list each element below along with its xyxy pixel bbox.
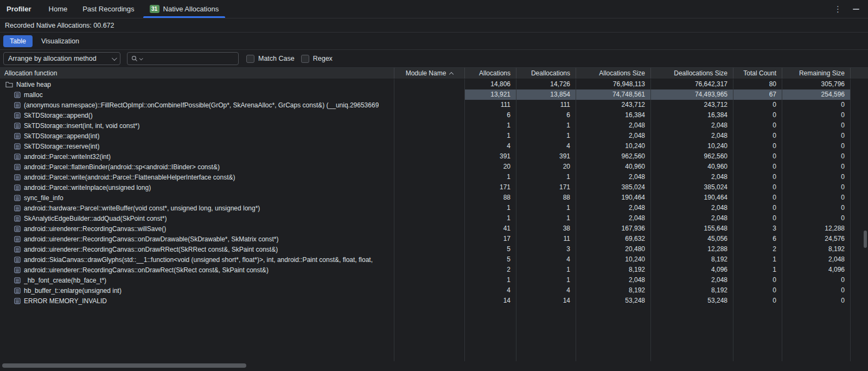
regex-checkbox[interactable] xyxy=(301,55,309,63)
column-header-allocations[interactable]: Allocations xyxy=(465,68,516,79)
column-header-deallocations-size[interactable]: Deallocations Size xyxy=(651,68,733,79)
cell-deallocations-size: 2,048 xyxy=(651,120,733,131)
cell-remaining-size: 12,288 xyxy=(782,223,851,234)
allocation-method-icon xyxy=(14,164,21,170)
cell-allocations-size: 2,048 xyxy=(576,120,651,131)
table-row[interactable]: android::Parcel::writeInt32(int)39139196… xyxy=(0,151,868,162)
cell-allocations: 17 xyxy=(465,234,516,244)
column-header-total-count[interactable]: Total Count xyxy=(733,68,782,79)
horizontal-scrollbar-thumb[interactable] xyxy=(2,363,246,368)
horizontal-scrollbar[interactable] xyxy=(0,361,868,371)
cell-deallocations: 1 xyxy=(516,265,576,275)
search-field[interactable] xyxy=(127,52,239,65)
cell-allocations: 41 xyxy=(465,223,516,234)
cell-deallocations-size: 2,048 xyxy=(651,275,733,285)
function-name: android::Parcel::writeInt32(int) xyxy=(24,153,111,161)
table-row[interactable]: _hb_font_create(hb_face_t*)112,0482,0480… xyxy=(0,275,868,285)
table-row[interactable]: android::uirenderer::RecordingCanvas::on… xyxy=(0,244,868,254)
table-row[interactable]: android::Parcel::write(android::Parcel::… xyxy=(0,172,868,182)
vertical-scrollbar-thumb[interactable] xyxy=(864,231,867,248)
hide-window-icon[interactable] xyxy=(853,9,859,10)
cell-deallocations-size: 40,960 xyxy=(651,162,733,172)
cell-allocation-function: android::Parcel::writeInplace(unsigned l… xyxy=(0,182,394,193)
column-header-deallocations[interactable]: Deallocations xyxy=(516,68,576,79)
cell-remaining-size: 0 xyxy=(782,110,851,120)
cell-allocations: 1 xyxy=(465,120,516,131)
table-row[interactable]: (anonymous namespace)::FillRectOpImpl::o… xyxy=(0,100,868,110)
arrange-by-dropdown[interactable]: Arrange by allocation method xyxy=(3,52,120,65)
cell-module-name xyxy=(394,151,465,162)
empty-column-area xyxy=(651,306,733,361)
table-row[interactable]: hb_buffer_t::enlarge(unsigned int)448,19… xyxy=(0,285,868,296)
cell-remaining-size: 0 xyxy=(782,151,851,162)
cell-module-name xyxy=(394,131,465,141)
kebab-menu-icon[interactable]: ⋮ xyxy=(834,5,842,13)
table-row[interactable]: SkTDStorage::append(int)112,0482,04800 xyxy=(0,131,868,141)
allocation-method-icon xyxy=(14,215,21,222)
column-header-allocation-function[interactable]: Allocation function xyxy=(0,68,394,79)
cell-module-name xyxy=(394,223,465,234)
table-toolbar: Arrange by allocation method Match Case … xyxy=(0,50,868,68)
cell-allocations: 1 xyxy=(465,275,516,285)
cell-deallocations: 171 xyxy=(516,182,576,193)
cell-total-count: 6 xyxy=(733,234,782,244)
column-header-remaining-size[interactable]: Remaining Size xyxy=(782,68,851,79)
cell-remaining-size: 0 xyxy=(782,120,851,131)
function-name: Native heap xyxy=(16,81,51,88)
column-header-label: Allocation function xyxy=(4,69,57,77)
table-row[interactable]: SkTDStorage::insert(int, int, void const… xyxy=(0,120,868,131)
allocation-method-icon xyxy=(14,133,21,139)
tab-native-allocations[interactable]: 31 Native Allocations xyxy=(142,0,227,18)
match-case-checkbox[interactable] xyxy=(246,55,254,63)
table-row[interactable]: android::hardware::Parcel::writeBuffer(v… xyxy=(0,203,868,213)
column-header-label: Allocations Size xyxy=(599,69,645,77)
tab-past-recordings[interactable]: Past Recordings xyxy=(75,0,142,18)
tab-table[interactable]: Table xyxy=(3,35,33,47)
table-row[interactable]: SkAnalyticEdgeBuilder::addQuad(SkPoint c… xyxy=(0,213,868,223)
function-name: android::uirenderer::RecordingCanvas::on… xyxy=(24,246,278,253)
column-header-label: Total Count xyxy=(743,69,776,77)
cell-deallocations: 11 xyxy=(516,234,576,244)
table-row[interactable]: android::uirenderer::RecordingCanvas::on… xyxy=(0,265,868,275)
table-row[interactable]: android::uirenderer::RecordingCanvas::wi… xyxy=(0,223,868,234)
tab-home[interactable]: Home xyxy=(41,0,75,18)
cell-remaining-size: 305,796 xyxy=(782,79,851,89)
cell-allocations-size: 10,240 xyxy=(576,254,651,265)
cell-total-count: 0 xyxy=(733,203,782,213)
cell-allocation-function: android::uirenderer::RecordingCanvas::on… xyxy=(0,244,394,254)
empty-column-area xyxy=(733,306,782,361)
cell-allocations: 20 xyxy=(465,162,516,172)
table-row[interactable]: ERROR MEMORY_INVALID141453,24853,24800 xyxy=(0,296,868,306)
cell-allocations: 1 xyxy=(465,203,516,213)
function-name: SkTDStorage::insert(int, int, void const… xyxy=(24,122,139,130)
column-header-label: Deallocations xyxy=(531,69,570,77)
table-row[interactable]: malloc13,92113,85474,748,56174,493,96567… xyxy=(0,89,868,100)
cell-total-count: 0 xyxy=(733,141,782,151)
table-row[interactable]: SkTDStorage::append()6616,38416,38400 xyxy=(0,110,868,120)
cell-remaining-size: 0 xyxy=(782,193,851,203)
search-input[interactable] xyxy=(144,55,234,62)
cell-deallocations: 4 xyxy=(516,285,576,296)
table-row[interactable]: sync_file_info8888190,464190,46400 xyxy=(0,193,868,203)
cell-deallocations: 13,854 xyxy=(516,89,576,100)
table-row[interactable]: SkTDStorage::reserve(int)4410,24010,2400… xyxy=(0,141,868,151)
cell-allocations: 13,921 xyxy=(465,89,516,100)
cell-module-name xyxy=(394,182,465,193)
cell-allocation-function: SkTDStorage::reserve(int) xyxy=(0,141,394,151)
table-row[interactable]: android::uirenderer::RecordingCanvas::on… xyxy=(0,234,868,244)
table-row[interactable]: Native heap14,80614,72676,948,11376,642,… xyxy=(0,79,868,89)
function-name: android::Parcel::write(android::Parcel::… xyxy=(24,174,235,181)
column-header-allocations-size[interactable]: Allocations Size xyxy=(576,68,651,79)
cell-allocations-size: 40,960 xyxy=(576,162,651,172)
column-header-module-name[interactable]: Module Name xyxy=(394,68,465,79)
cell-module-name xyxy=(394,79,465,89)
table-row[interactable]: android::Parcel::flattenBinder(android::… xyxy=(0,162,868,172)
function-name: android::Parcel::flattenBinder(android::… xyxy=(24,163,220,171)
table-body: Native heap14,80614,72676,948,11376,642,… xyxy=(0,79,868,306)
table-row[interactable]: android::SkiaCanvas::drawGlyphs(std::__1… xyxy=(0,254,868,265)
cell-allocations: 171 xyxy=(465,182,516,193)
cell-deallocations-size: 155,648 xyxy=(651,223,733,234)
table-row[interactable]: android::Parcel::writeInplace(unsigned l… xyxy=(0,182,868,193)
tab-visualization[interactable]: Visualization xyxy=(35,35,86,47)
cell-allocations: 1 xyxy=(465,213,516,223)
